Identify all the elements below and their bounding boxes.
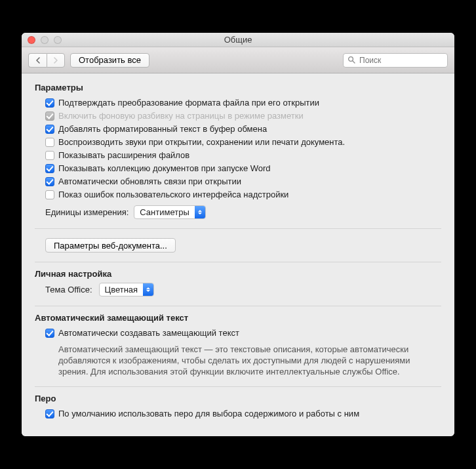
content: Параметры Подтверждать преобразование фо…: [22, 73, 454, 436]
param-checkbox-row: Включить фоновую разбивку на страницы в …: [45, 110, 441, 123]
back-button[interactable]: [28, 53, 47, 68]
checkbox[interactable]: [45, 190, 54, 199]
chevron-right-icon: [53, 57, 58, 64]
theme-row: Тема Office: Цветная: [35, 283, 441, 296]
checkbox[interactable]: [45, 151, 54, 160]
checkbox[interactable]: [45, 409, 54, 418]
web-document-button[interactable]: Параметры веб-документа...: [45, 238, 176, 253]
divider: [35, 386, 441, 387]
section-title-params: Параметры: [35, 83, 441, 92]
param-checkbox-row[interactable]: Воспроизводить звуки при открытии, сохра…: [45, 136, 441, 149]
units-select[interactable]: Сантиметры: [134, 205, 205, 219]
window-title: Общие: [22, 35, 454, 45]
checkbox: [45, 112, 54, 121]
checkbox[interactable]: [45, 138, 54, 147]
param-checkbox-row[interactable]: Показывать расширения файлов: [45, 149, 441, 162]
checkbox[interactable]: [45, 164, 54, 173]
param-option-label: Показ ошибок пользовательского интерфейс…: [58, 189, 288, 201]
divider: [35, 228, 441, 229]
titlebar: Общие: [22, 33, 454, 47]
param-checkbox-row[interactable]: Показ ошибок пользовательского интерфейс…: [45, 188, 441, 201]
units-row: Единицы измерения: Сантиметры: [35, 205, 441, 219]
preferences-window: Общие Отобразить все Параметры Подтвержд…: [22, 33, 454, 436]
section-title-personal: Личная настройка: [35, 269, 441, 279]
param-option-label: Добавлять форматированный текст в буфер …: [58, 123, 267, 135]
divider: [35, 262, 441, 262]
checkbox[interactable]: [45, 98, 54, 108]
pen-checkbox-row[interactable]: По умолчанию использовать перо для выбор…: [45, 407, 441, 420]
show-all-button[interactable]: Отобразить все: [70, 53, 149, 68]
divider: [35, 306, 441, 306]
checkbox[interactable]: [45, 177, 54, 186]
toolbar: Отобразить все: [22, 47, 454, 73]
forward-button[interactable]: [47, 53, 65, 68]
search-input[interactable]: [343, 53, 448, 68]
units-value: Сантиметры: [134, 207, 194, 217]
chevron-left-icon: [35, 57, 41, 64]
alttext-description: Автоматический замещающий текст — это те…: [35, 344, 441, 377]
pen-options: По умолчанию использовать перо для выбор…: [35, 407, 441, 420]
nav-group: [28, 53, 65, 68]
search-icon: [347, 56, 355, 64]
param-checkbox-row[interactable]: Показывать коллекцию документов при запу…: [45, 162, 441, 175]
param-option-label: Подтверждать преобразование формата файл…: [58, 97, 319, 109]
alttext-options: Автоматически создавать замещающий текст: [35, 327, 441, 340]
checkbox[interactable]: [45, 125, 54, 134]
params-options: Подтверждать преобразование формата файл…: [35, 96, 441, 201]
param-checkbox-row[interactable]: Подтверждать преобразование формата файл…: [45, 96, 441, 110]
param-option-label: Включить фоновую разбивку на страницы в …: [58, 110, 304, 122]
units-label: Единицы измерения:: [45, 207, 129, 217]
alttext-checkbox-row[interactable]: Автоматически создавать замещающий текст: [45, 327, 441, 340]
alttext-option-label: Автоматически создавать замещающий текст: [58, 327, 239, 339]
param-option-label: Показывать расширения файлов: [58, 150, 189, 161]
section-title-pen: Перо: [35, 394, 441, 403]
theme-value: Цветная: [100, 285, 144, 295]
search-wrap: [343, 53, 448, 68]
checkbox[interactable]: [45, 329, 54, 338]
param-checkbox-row[interactable]: Автоматически обновлять связи при открыт…: [45, 175, 441, 188]
svg-line-1: [353, 60, 355, 62]
section-title-alttext: Автоматический замещающий текст: [35, 313, 441, 323]
theme-label: Тема Office:: [45, 285, 92, 295]
param-option-label: Воспроизводить звуки при открытии, сохра…: [58, 136, 345, 148]
param-option-label: Автоматически обновлять связи при открыт…: [58, 176, 241, 188]
param-checkbox-row[interactable]: Добавлять форматированный текст в буфер …: [45, 123, 441, 136]
theme-select[interactable]: Цветная: [99, 283, 155, 296]
updown-icon: [143, 283, 153, 296]
param-option-label: Показывать коллекцию документов при запу…: [58, 163, 271, 174]
pen-option-label: По умолчанию использовать перо для выбор…: [58, 408, 359, 420]
updown-icon: [195, 206, 205, 218]
